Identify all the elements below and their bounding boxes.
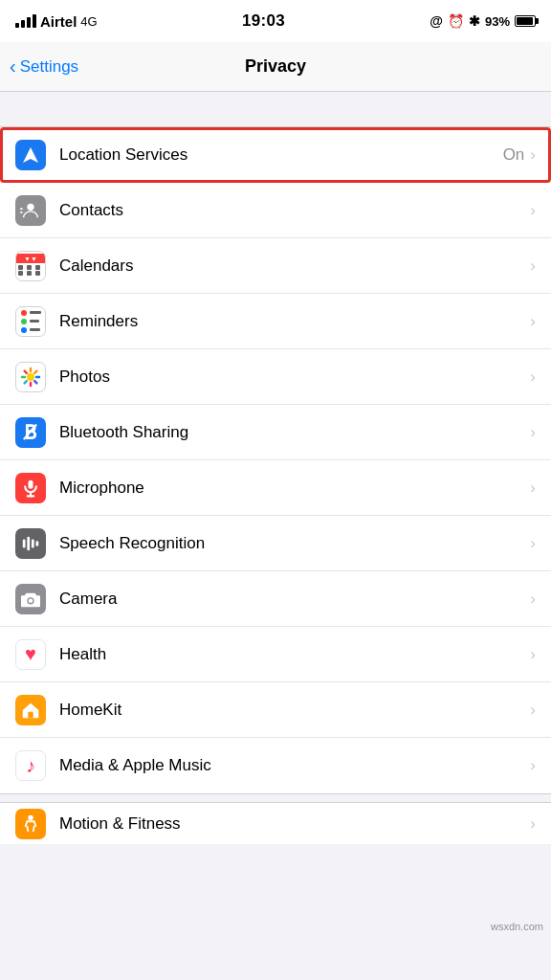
svg-rect-22 xyxy=(28,711,33,717)
chevron-right-icon: › xyxy=(530,201,536,220)
homekit-icon xyxy=(15,695,46,725)
chevron-left-icon: ‹ xyxy=(10,56,16,78)
svg-line-12 xyxy=(34,370,36,372)
carrier-info: Airtel 4G xyxy=(15,13,98,30)
page-title: Privacy xyxy=(245,56,306,77)
microphone-label: Microphone xyxy=(59,479,530,498)
location-services-label: Location Services xyxy=(59,145,503,165)
chevron-right-icon: › xyxy=(530,145,536,165)
svg-line-11 xyxy=(25,381,27,383)
chevron-right-icon: › xyxy=(530,256,536,276)
svg-rect-3 xyxy=(20,211,23,212)
nav-bar: ‹ Settings Privacy xyxy=(0,42,551,92)
media-music-label: Media & Apple Music xyxy=(59,756,530,775)
photos-icon xyxy=(15,362,46,392)
contacts-icon xyxy=(15,195,46,226)
chevron-right-icon: › xyxy=(530,368,536,387)
location-icon xyxy=(15,140,46,170)
contacts-label: Contacts xyxy=(59,201,530,220)
settings-item-health[interactable]: ♥ Health › xyxy=(0,627,551,682)
battery-label: 93% xyxy=(485,14,510,29)
svg-line-10 xyxy=(34,381,36,383)
signal-icon xyxy=(15,14,36,28)
status-bar: Airtel 4G 19:03 @ ⏰ ✱ 93% xyxy=(0,0,551,42)
settings-item-camera[interactable]: Camera › xyxy=(0,571,551,627)
calendars-icon: ▼▼ xyxy=(15,251,46,281)
settings-list: Location Services On › Contacts › ▼▼ xyxy=(0,126,551,794)
calendars-label: Calendars xyxy=(59,256,530,276)
settings-item-location-services[interactable]: Location Services On › xyxy=(0,127,551,183)
motion-icon xyxy=(15,809,46,839)
homekit-label: HomeKit xyxy=(59,701,530,720)
svg-rect-19 xyxy=(36,541,39,546)
svg-rect-18 xyxy=(32,539,34,547)
health-label: Health xyxy=(59,645,530,664)
svg-point-21 xyxy=(29,598,33,603)
motion-label: Motion & Fitness xyxy=(59,814,530,834)
alarm-icon: ⏰ xyxy=(448,13,464,29)
back-button[interactable]: ‹ Settings xyxy=(10,56,78,78)
settings-item-calendars[interactable]: ▼▼ Calendars › xyxy=(0,238,551,294)
bluetooth-status-icon: ✱ xyxy=(469,13,480,29)
camera-label: Camera xyxy=(59,590,530,609)
music-icon: ♪ xyxy=(15,750,46,781)
settings-item-homekit[interactable]: HomeKit › xyxy=(0,682,551,738)
settings-item-microphone[interactable]: Microphone › xyxy=(0,460,551,516)
reminders-label: Reminders xyxy=(59,312,530,331)
footer: wsxdn.com xyxy=(0,844,551,940)
health-icon: ♥ xyxy=(15,639,46,670)
settings-item-motion-partial[interactable]: Motion & Fitness › xyxy=(0,802,551,844)
svg-point-1 xyxy=(27,203,33,210)
section-gap xyxy=(0,794,551,802)
bluetooth-icon: B̸ xyxy=(15,417,46,448)
time-label: 19:03 xyxy=(242,11,285,31)
settings-item-bluetooth[interactable]: B̸ Bluetooth Sharing › xyxy=(0,405,551,460)
chevron-right-icon: › xyxy=(530,645,536,664)
settings-item-photos[interactable]: Photos › xyxy=(0,349,551,405)
chevron-right-icon: › xyxy=(530,814,536,834)
speech-recognition-label: Speech Recognition xyxy=(59,534,530,553)
photos-label: Photos xyxy=(59,368,530,387)
chevron-right-icon: › xyxy=(530,423,536,442)
svg-point-4 xyxy=(27,373,34,381)
svg-rect-17 xyxy=(27,536,30,550)
chevron-right-icon: › xyxy=(530,701,536,720)
watermark: wsxdn.com xyxy=(491,921,543,932)
section-spacer xyxy=(0,92,551,126)
bluetooth-sharing-label: Bluetooth Sharing xyxy=(59,423,530,442)
settings-item-speech[interactable]: Speech Recognition › xyxy=(0,516,551,571)
status-right: @ ⏰ ✱ 93% xyxy=(430,13,536,29)
location-services-value: On xyxy=(503,145,525,165)
battery-icon xyxy=(515,15,536,27)
svg-point-23 xyxy=(28,814,33,820)
settings-item-contacts[interactable]: Contacts › xyxy=(0,183,551,238)
svg-marker-0 xyxy=(23,147,38,163)
chevron-right-icon: › xyxy=(530,534,536,553)
svg-rect-16 xyxy=(23,539,26,547)
reminders-icon xyxy=(15,306,46,337)
settings-item-reminders[interactable]: Reminders › xyxy=(0,294,551,349)
at-icon: @ xyxy=(430,13,443,29)
settings-item-music[interactable]: ♪ Media & Apple Music › xyxy=(0,738,551,793)
chevron-right-icon: › xyxy=(530,756,536,775)
svg-rect-2 xyxy=(20,208,23,210)
svg-line-9 xyxy=(25,370,27,372)
speech-icon xyxy=(15,528,46,559)
camera-icon xyxy=(15,584,46,614)
back-label: Settings xyxy=(20,57,78,77)
network-label: 4G xyxy=(80,14,97,29)
chevron-right-icon: › xyxy=(530,479,536,498)
chevron-right-icon: › xyxy=(530,590,536,609)
svg-rect-13 xyxy=(29,479,33,488)
microphone-icon xyxy=(15,473,46,503)
chevron-right-icon: › xyxy=(530,312,536,331)
carrier-label: Airtel xyxy=(40,13,77,30)
